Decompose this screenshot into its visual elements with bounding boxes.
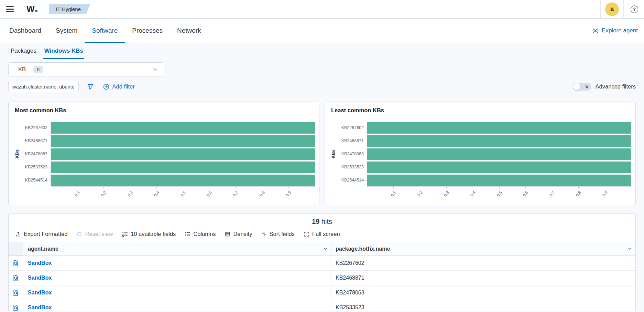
chart-most-common-kbs: Most common KBs KBs KB2267602KB2468871KB… xyxy=(8,102,319,205)
x-tick-label: 0.3 xyxy=(126,190,133,198)
kb-select-label: KB xyxy=(18,66,26,73)
inspect-document-button[interactable] xyxy=(9,285,23,300)
tab-processes[interactable]: Processes xyxy=(125,19,170,43)
x-tick-label: 0.5 xyxy=(495,190,503,198)
reset-view-button: Reset view xyxy=(77,231,113,237)
columns-button[interactable]: Columns xyxy=(185,231,216,237)
category-label: KB2478063 xyxy=(21,147,51,160)
plus-circle-icon xyxy=(103,84,109,90)
inspect-document-button[interactable] xyxy=(9,271,23,285)
package-hotfix-cell[interactable]: KB2478063 xyxy=(331,285,635,300)
x-tick xyxy=(130,187,130,188)
agent-link[interactable]: SandBox xyxy=(28,260,52,266)
x-tick xyxy=(103,187,104,188)
app-logo[interactable]: W xyxy=(20,4,44,14)
category-label: KB2544514 xyxy=(337,174,367,187)
plot-area xyxy=(367,121,631,187)
category-label: KB2533523 xyxy=(337,160,367,174)
avatar[interactable]: a xyxy=(605,2,619,16)
breadcrumb-it-hygiene[interactable]: IT Hygiene xyxy=(49,4,90,14)
bar[interactable] xyxy=(51,135,315,147)
hotfix-value: KB2468871 xyxy=(336,275,364,281)
bar[interactable] xyxy=(367,122,631,134)
bar[interactable] xyxy=(367,175,631,186)
agent-link[interactable]: SandBox xyxy=(28,275,52,281)
available-fields-button[interactable]: 10 available fields xyxy=(122,231,176,237)
x-tick-label: 0.9 xyxy=(601,190,609,198)
tab-dashboard[interactable]: Dashboard xyxy=(2,19,48,43)
package-hotfix-column-label: package.hotfix.name xyxy=(336,246,390,252)
agent-name-cell[interactable]: SandBox xyxy=(23,271,331,285)
agent-name-cell[interactable]: SandBox xyxy=(23,256,331,270)
bar[interactable] xyxy=(51,162,315,173)
sort-fields-button[interactable]: Sort fields xyxy=(261,231,294,237)
bar[interactable] xyxy=(367,162,631,173)
tab-system[interactable]: System xyxy=(48,19,85,43)
tab-network[interactable]: Network xyxy=(170,19,208,43)
sort-fields-label: Sort fields xyxy=(269,231,294,237)
explore-agent-label: Explore agent xyxy=(602,27,638,34)
tab-software[interactable]: Software xyxy=(85,19,125,43)
agent-name-cell[interactable]: SandBox xyxy=(23,300,331,311)
toggle-knob xyxy=(573,83,580,90)
bar[interactable] xyxy=(367,135,631,147)
subtab-windows-kbs[interactable]: Windows KBs xyxy=(43,43,84,59)
divider xyxy=(623,0,624,18)
agent-link[interactable]: SandBox xyxy=(28,290,52,296)
columns-list-icon xyxy=(185,231,190,237)
bar[interactable] xyxy=(51,122,315,134)
header-agent-name[interactable]: agent.name xyxy=(23,242,331,256)
inspect-document-icon xyxy=(12,304,19,311)
menu-button[interactable] xyxy=(0,0,20,18)
inspect-document-icon xyxy=(12,260,19,267)
package-hotfix-cell[interactable]: KB2533523 xyxy=(331,300,635,311)
x-tick-label: 0.5 xyxy=(179,190,186,198)
advanced-filters-label: Advanced filters xyxy=(596,83,636,90)
x-tick-label: 0.8 xyxy=(259,190,266,198)
module-tabs: Dashboard System Software Processes Netw… xyxy=(0,19,644,43)
x-tick-label: 0.7 xyxy=(232,190,239,198)
inspect-document-button[interactable] xyxy=(9,256,23,270)
x-tick xyxy=(262,187,262,188)
density-button[interactable]: Density xyxy=(225,231,252,237)
header-package-hotfix-name[interactable]: package.hotfix.name xyxy=(331,242,635,256)
bar[interactable] xyxy=(51,148,315,160)
software-subtabs: Packages Windows KBs xyxy=(0,43,644,59)
header-control-column xyxy=(9,242,23,256)
kb-select[interactable]: KB 0 xyxy=(8,62,164,76)
x-tick xyxy=(156,187,157,188)
agent-name-cell[interactable]: SandBox xyxy=(23,285,331,300)
x-tick xyxy=(578,187,579,188)
subtab-packages[interactable]: Packages xyxy=(10,43,37,59)
funnel-icon xyxy=(87,84,94,90)
toggle-off-x-icon xyxy=(585,85,589,89)
inspect-document-button[interactable] xyxy=(9,300,23,311)
x-tick xyxy=(499,187,500,188)
category-label: KB2267602 xyxy=(21,121,51,134)
logo-dot xyxy=(35,10,37,12)
full-screen-button[interactable]: Full screen xyxy=(304,231,340,237)
add-filter-button[interactable]: Add filter xyxy=(103,83,135,90)
sort-icon xyxy=(261,231,266,237)
x-tick-label: 0.4 xyxy=(469,190,476,198)
bar[interactable] xyxy=(51,175,315,186)
category-label: KB2468871 xyxy=(337,134,367,147)
filter-funnel-button[interactable] xyxy=(87,84,94,90)
hamburger-icon xyxy=(6,6,14,12)
x-tick xyxy=(288,187,289,188)
density-label: Density xyxy=(233,231,252,237)
filter-pill[interactable]: wazuh.cluster.name: ubuntu xyxy=(8,81,79,92)
bar[interactable] xyxy=(367,148,631,160)
advanced-filters-toggle[interactable] xyxy=(573,83,591,91)
charts-row: Most common KBs KBs KB2267602KB2468871KB… xyxy=(8,102,636,205)
package-hotfix-cell[interactable]: KB2468871 xyxy=(331,271,635,285)
package-hotfix-cell[interactable]: KB2267602 xyxy=(331,256,635,270)
x-tick-label: 0.6 xyxy=(522,190,529,198)
export-formatted-button[interactable]: Export Formatted xyxy=(15,231,67,237)
grid-toolbar: Export Formatted Reset view 10 available… xyxy=(9,226,635,242)
agent-link[interactable]: SandBox xyxy=(28,304,52,311)
explore-agent-button[interactable]: Explore agent xyxy=(592,27,638,34)
logo-text: W xyxy=(26,4,34,14)
help-icon[interactable] xyxy=(631,6,638,13)
y-axis-labels: KB2267602KB2468871KB2478063KB2533523KB25… xyxy=(21,121,51,208)
